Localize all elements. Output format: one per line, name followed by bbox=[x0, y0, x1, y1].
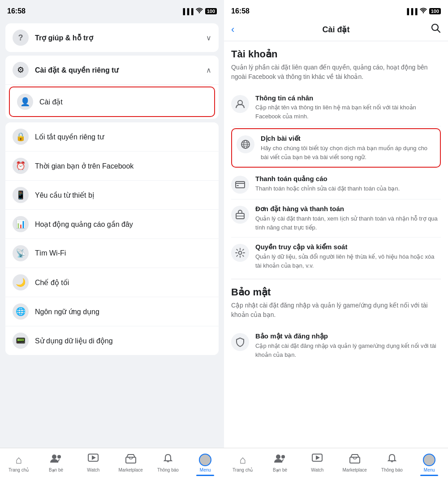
don-dat-title: Đơn đặt hàng và thanh toán bbox=[255, 205, 441, 213]
battery-left: 100 bbox=[205, 8, 217, 14]
bao-mat-title: Bảo mật bbox=[231, 286, 441, 298]
quyen-truy-desc: Quản lý dữ liệu, sửa đổi người liên hệ t… bbox=[255, 252, 441, 270]
yeu-cau-label: Yêu cầu từ thiết bị bbox=[35, 191, 211, 199]
cai-dat-item[interactable]: 👤 Cài đặt bbox=[9, 87, 215, 117]
bao-mat-item-desc: Cập nhật cài đặt đăng nhập và quản lý ga… bbox=[255, 342, 441, 359]
bao-mat-content: Bảo mật và đăng nhập Cập nhật cài đặt đă… bbox=[255, 332, 441, 359]
su-dung-label: Sử dụng dữ liệu di động bbox=[35, 337, 211, 345]
battery-right: 100 bbox=[429, 8, 441, 14]
thanh-toan-qc-title: Thanh toán quảng cáo bbox=[255, 175, 441, 183]
settings-section: ⚙ Cài đặt & quyền riêng tư ∧ 👤 Cài đặt bbox=[5, 56, 219, 119]
menu-item-wifi[interactable]: 📡 Tìm Wi-Fi bbox=[5, 239, 219, 268]
nav-label-menu-left: Menu bbox=[200, 468, 211, 472]
nav-watch-right[interactable]: Watch bbox=[299, 452, 336, 474]
signal-icon-left: ▐▐▐ bbox=[181, 8, 194, 15]
menu-item-che-do[interactable]: 🌙 Chế độ tối bbox=[5, 268, 219, 297]
signal-icon-right: ▐▐▐ bbox=[405, 8, 418, 15]
svg-line-8 bbox=[437, 30, 440, 33]
back-button[interactable]: ‹ bbox=[231, 24, 249, 35]
svg-rect-17 bbox=[237, 185, 239, 186]
phone-icon: 📱 bbox=[13, 187, 29, 203]
svg-point-20 bbox=[239, 251, 242, 255]
user-icon bbox=[231, 95, 249, 113]
help-text: Trợ giúp & hỗ trợ bbox=[35, 34, 200, 42]
menu-item-hoat-dong[interactable]: 📊 Hoạt động quảng cáo gần đây bbox=[5, 210, 219, 239]
ad-icon: 📊 bbox=[13, 216, 29, 232]
bao-mat-item-title: Bảo mật và đăng nhập bbox=[255, 332, 441, 340]
globe-icon: 🌐 bbox=[13, 303, 29, 320]
nav-label-thong-bao-left: Thông báo bbox=[157, 468, 179, 472]
nav-label-thong-bao-right: Thông báo bbox=[381, 468, 403, 472]
nav-label-watch-right: Watch bbox=[311, 468, 323, 472]
thong-tin-content: Thông tin cá nhân Cập nhật tên và thông … bbox=[255, 94, 441, 121]
dich-bai-title: Dịch bài viết bbox=[261, 134, 435, 143]
nav-ban-be-right[interactable]: Bạn bè bbox=[261, 452, 298, 474]
svg-rect-25 bbox=[350, 457, 360, 463]
nav-label-ban-be-left: Bạn bè bbox=[49, 468, 63, 472]
marketplace-icon-right bbox=[349, 454, 360, 466]
thong-tin-item[interactable]: Thông tin cá nhân Cập nhật tên và thông … bbox=[231, 89, 441, 126]
right-header: ‹ Cài đặt bbox=[224, 20, 448, 41]
don-dat-content: Đơn đặt hàng và thanh toán Quản lý cài đ… bbox=[255, 205, 441, 232]
don-dat-desc: Quản lý cài đặt thanh toán, xem lịch sử … bbox=[255, 214, 441, 232]
quyen-truy-title: Quyền truy cập và kiểm soát bbox=[255, 243, 441, 251]
nav-marketplace-left[interactable]: Marketplace bbox=[112, 452, 149, 474]
time-right: 16:58 bbox=[231, 7, 250, 15]
nav-marketplace-right[interactable]: Marketplace bbox=[336, 452, 373, 474]
header-title: Cài đặt bbox=[322, 25, 349, 35]
nav-menu-right[interactable]: Menu bbox=[411, 452, 448, 478]
dich-bai-item[interactable]: Dịch bài viết Hãy cho chúng tôi biết tùy… bbox=[231, 128, 441, 168]
nav-label-trang-chu-right: Trang chủ bbox=[233, 468, 253, 472]
help-section[interactable]: ? Trợ giúp & hỗ trợ ∨ bbox=[5, 23, 219, 52]
menu-item-yeu-cau[interactable]: 📱 Yêu cầu từ thiết bị bbox=[5, 181, 219, 210]
nav-thong-bao-left[interactable]: Thông báo bbox=[149, 452, 186, 474]
status-bar-right: 16:58 ▐▐▐ 100 bbox=[224, 0, 448, 20]
quyen-truy-item[interactable]: Quyền truy cập và kiểm soát Quản lý dữ l… bbox=[231, 238, 441, 275]
menu-item-ngon-ngu[interactable]: 🌐 Ngôn ngữ ứng dụng bbox=[5, 297, 219, 326]
clock-icon: ⏰ bbox=[13, 158, 29, 174]
box-icon bbox=[231, 206, 249, 224]
right-scroll-area[interactable]: Tài khoản Quản lý phần cài đặt liên quan… bbox=[224, 41, 448, 448]
settings-header-row[interactable]: ⚙ Cài đặt & quyền riêng tư ∧ bbox=[5, 56, 219, 85]
menu-item-loi-tat[interactable]: 🔒 Lối tắt quyền riêng tư bbox=[5, 122, 219, 152]
status-bar-left: 16:58 ▐▐▐ 100 bbox=[0, 0, 224, 20]
svg-point-22 bbox=[281, 455, 285, 459]
marketplace-icon-left bbox=[125, 454, 136, 466]
nav-thong-bao-right[interactable]: Thông báo bbox=[373, 452, 410, 474]
loi-tat-label: Lối tắt quyền riêng tư bbox=[35, 133, 211, 141]
menu-avatar-right bbox=[423, 454, 435, 466]
lock-icon: 🔒 bbox=[13, 129, 29, 145]
help-chevron: ∨ bbox=[206, 34, 211, 42]
cai-dat-label: Cài đặt bbox=[39, 98, 63, 106]
svg-point-21 bbox=[276, 455, 280, 459]
friends-icon-right bbox=[274, 454, 286, 466]
nav-ban-be-left[interactable]: Bạn bè bbox=[37, 452, 74, 474]
settings-header-text: Cài đặt & quyền riêng tư bbox=[35, 66, 200, 74]
wifi-icon-left bbox=[196, 8, 203, 15]
don-dat-item[interactable]: Đơn đặt hàng và thanh toán Quản lý cài đ… bbox=[231, 199, 441, 238]
hoat-dong-label: Hoạt động quảng cáo gần đây bbox=[35, 220, 211, 229]
cai-dat-icon: 👤 bbox=[17, 94, 33, 110]
mobile-data-icon: 📟 bbox=[13, 333, 29, 349]
nav-label-watch-left: Watch bbox=[87, 468, 99, 472]
svg-marker-24 bbox=[316, 455, 320, 460]
thanh-toan-qc-item[interactable]: Thanh toán quảng cáo Thanh toán hoặc chỉ… bbox=[231, 169, 441, 199]
che-do-label: Chế độ tối bbox=[35, 278, 211, 287]
menu-item-thoi-gian[interactable]: ⏰ Thời gian bạn ở trên Facebook bbox=[5, 152, 219, 181]
search-button[interactable] bbox=[423, 23, 441, 35]
section-divider bbox=[231, 279, 441, 279]
menu-item-su-dung[interactable]: 📟 Sử dụng dữ liệu di động bbox=[5, 326, 219, 355]
dich-bai-content: Dịch bài viết Hãy cho chúng tôi biết tùy… bbox=[261, 134, 435, 161]
nav-watch-left[interactable]: Watch bbox=[75, 452, 112, 474]
bottom-nav-left: ⌂ Trang chủ Bạn bè Watch bbox=[0, 448, 224, 485]
bell-icon-right bbox=[387, 454, 397, 466]
bao-mat-item[interactable]: Bảo mật và đăng nhập Cập nhật cài đặt đă… bbox=[231, 327, 441, 364]
svg-marker-4 bbox=[92, 455, 96, 460]
thanh-toan-qc-desc: Thanh toán hoặc chỉnh sửa cài đặt thanh … bbox=[255, 184, 441, 193]
left-scroll-area[interactable]: ? Trợ giúp & hỗ trợ ∨ ⚙ Cài đặt & quyền … bbox=[0, 20, 224, 448]
nav-menu-left[interactable]: Menu bbox=[187, 452, 224, 478]
nav-trang-chu-left[interactable]: ⌂ Trang chủ bbox=[0, 452, 37, 474]
tai-khoan-desc: Quản lý phần cài đặt liên quan đến quyền… bbox=[231, 63, 441, 82]
nav-trang-chu-right[interactable]: ⌂ Trang chủ bbox=[224, 452, 261, 474]
tai-khoan-section: Tài khoản Quản lý phần cài đặt liên quan… bbox=[231, 48, 441, 275]
